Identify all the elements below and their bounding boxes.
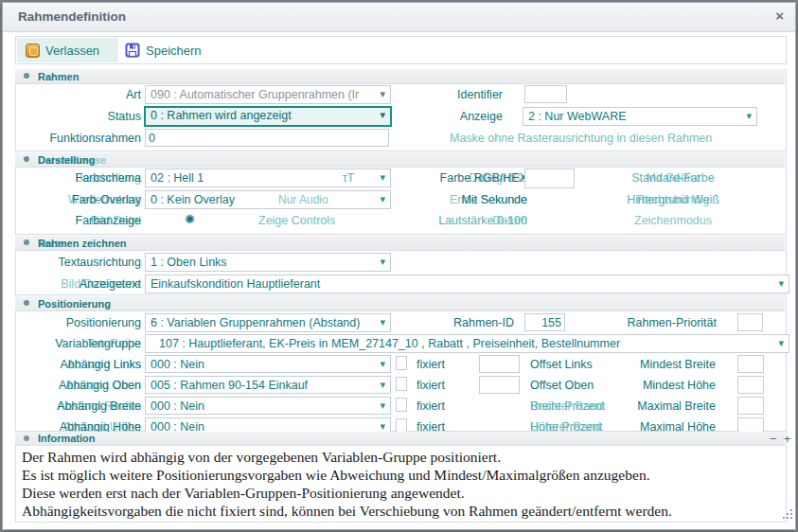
raster-hint-label: Maske ohne Rasterausrichtung in diesen R…: [450, 132, 712, 145]
save-icon: [125, 43, 140, 58]
art-select[interactable]: 090 : Automatischer Gruppenrahmen (Ir ▾: [145, 85, 391, 104]
rahmen-id-field[interactable]: [524, 313, 565, 331]
chevron-down-icon: ▾: [746, 110, 752, 122]
info-line: Der Rahmen wird abhängig von der vorgege…: [22, 449, 501, 466]
offset-oben-field[interactable]: [479, 376, 520, 394]
fixiert-label: fixiert: [417, 379, 445, 392]
variablengruppe-value: 107 : Hauptlieferant, EK-Preis in MEM_27…: [159, 337, 620, 350]
positionierung-select[interactable]: 6 : Variablen Gruppenrahmen (Abstand) ▾: [145, 313, 391, 332]
info-line: Es ist möglich weitere Positionierungsvo…: [22, 467, 650, 484]
anzeige-label: Anzeige: [410, 110, 503, 123]
farbschema-value: 02 : Hell 1: [151, 171, 204, 185]
mindest-breite-field[interactable]: [737, 355, 764, 373]
farbschema-select[interactable]: 02 : Hell 1 τT ▾: [145, 168, 391, 187]
positionierung-value: 6 : Variablen Gruppenrahmen (Abstand): [151, 316, 360, 329]
variablengruppe-select[interactable]: 107 : Hauptlieferant, EK-Preis in MEM_27…: [145, 334, 789, 353]
speichern-button[interactable]: Speichern: [117, 38, 231, 62]
standard-farbe-label: Mit Geläut Standard-Farbe: [597, 171, 749, 186]
offset-links-label: Offset Links: [530, 358, 593, 371]
toolbar: Verlassen Speichern: [15, 36, 787, 64]
titlebar[interactable]: Rahmendefinition ×: [3, 3, 795, 32]
color-palette-icon[interactable]: ✺: [185, 212, 195, 226]
section-bullet-icon: [24, 73, 29, 79]
abhaengig-oben-select[interactable]: 005 : Rahmen 90-154 Einkauf ▾: [145, 376, 391, 394]
anzeige-select[interactable]: 2 : Nur WebWARE ▾: [523, 107, 757, 126]
farb-overlay-value: 0 : Kein Overlay: [151, 193, 235, 206]
mindest-hoehe-field[interactable]: [737, 376, 764, 394]
abhaengig-breite-label: Abstand Rechts Abhängig Breite: [20, 399, 141, 415]
fixiert-checkbox[interactable]: [396, 418, 407, 433]
expand-icon[interactable]: +: [784, 432, 791, 446]
section-header-darstellung: Datenadresse Darstellung: [15, 152, 785, 168]
art-value: 090 : Automatischer Gruppenrahmen (Ir: [151, 88, 359, 101]
verlassen-button[interactable]: Verlassen: [17, 38, 117, 62]
leave-icon: [26, 44, 40, 58]
section-title-rahmen: Rahmen: [38, 71, 79, 82]
maximal-breite-label: Maximal Breite: [593, 399, 716, 413]
anzeigetext-label: Bild Dateiname Anzeigetext: [12, 277, 141, 293]
chevron-down-icon: ▾: [380, 256, 385, 268]
section-bullet-icon: [24, 435, 29, 441]
offset-links-field[interactable]: [479, 355, 520, 373]
art-label: Art: [20, 88, 141, 101]
page-title: Rahmendefinition: [18, 9, 126, 24]
fixiert-checkbox[interactable]: [396, 377, 407, 391]
section-title-darstellung: Darstellung: [38, 154, 96, 166]
chevron-down-icon: ▾: [778, 277, 784, 290]
fixiert-label: fixiert: [417, 399, 445, 413]
verlassen-label: Verlassen: [45, 44, 99, 58]
close-icon[interactable]: ×: [775, 8, 784, 24]
chevron-down-icon: ▾: [380, 88, 385, 100]
rahmen-prioritaet-field[interactable]: [737, 313, 763, 331]
farbschema-label: Beschriftung Farbschema: [20, 171, 141, 186]
farbanzeige-label: Bild Datei Farbanzeige: [20, 214, 141, 229]
zeige-controls-label: Zeige Controls: [258, 214, 335, 227]
lautstaerke-label: Datum Lautstärke 0-100: [410, 214, 527, 229]
speichern-label: Speichern: [146, 44, 202, 58]
chevron-down-icon: ▾: [778, 337, 784, 349]
chevron-down-icon: ▾: [380, 379, 385, 391]
chevron-down-icon: ▾: [380, 109, 385, 121]
section-bullet-icon: [24, 300, 29, 306]
positionierung-label: Positionierung: [20, 316, 141, 329]
fixiert-checkbox[interactable]: [396, 356, 407, 370]
abhaengig-links-select[interactable]: 000 : Nein ▾: [145, 355, 391, 373]
section-header-information: Information − + ⤢: [15, 432, 785, 446]
textausrichtung-label: Textausrichtung: [20, 256, 141, 269]
section-header-rahmen: Rahmen: [15, 69, 785, 84]
mindest-hoehe-label: Mindest Höhe: [593, 379, 716, 392]
abhaengig-breite-select[interactable]: 000 : Nein ▾: [145, 397, 391, 415]
textausrichtung-value: 1 : Oben Links: [151, 256, 227, 269]
funktionsrahmen-field[interactable]: [145, 129, 389, 147]
maximal-breite-field[interactable]: [737, 397, 764, 415]
mit-sekunde-label: Ende Sekunde Mit Sekunde: [410, 193, 527, 208]
offset-oben-label: Offset Oben: [530, 379, 594, 392]
identifier-field[interactable]: [524, 85, 567, 103]
funktionsrahmen-label: Funktionsrahmen: [20, 132, 141, 145]
textausrichtung-select[interactable]: 1 : Oben Links ▾: [145, 253, 391, 272]
farbe-rgb-hex-field[interactable]: [524, 168, 575, 188]
fixiert-label: fixiert: [417, 358, 445, 371]
section-bullet-icon: [24, 156, 29, 162]
fixiert-checkbox[interactable]: [396, 398, 407, 412]
anzeige-value: 2 : Nur WebWARE: [528, 110, 627, 123]
zeichenmodus-label: Zeichenmodus: [597, 214, 749, 229]
dialog-rahmendefinition: Rahmendefinition × Verlassen Speichern: [2, 2, 796, 530]
chevron-down-icon: ▾: [380, 171, 385, 184]
anzeigetext-value: Einkaufskondition Hauptlieferant: [151, 277, 320, 291]
chevron-down-icon: ▾: [380, 316, 385, 328]
nur-audio-label: Nur Audio: [278, 193, 328, 206]
collapse-icon[interactable]: −: [770, 432, 777, 446]
chevron-down-icon: ▾: [380, 193, 385, 205]
anzeigetext-select[interactable]: Einkaufskondition Hauptlieferant ▾: [145, 275, 789, 293]
resize-grip[interactable]: [783, 517, 785, 519]
status-select[interactable]: 0 : Rahmen wird angezeigt ▾: [144, 106, 392, 127]
section-title-zeichnen: Rahmen zeichnen: [38, 238, 127, 249]
hintergrund-weiss-label: Rechtsbündig Hintergrund Weiß: [597, 193, 749, 208]
farb-overlay-select[interactable]: 0 : Kein Overlay Nur Audio ▾: [145, 190, 391, 209]
identifier-label: Identifier: [410, 88, 503, 101]
section-bullet-icon: [24, 239, 29, 245]
rahmen-prioritaet-label: Rahmen-Priorität: [584, 316, 717, 329]
mindest-breite-label: Mindest Breite: [593, 358, 716, 371]
info-line: Diese werden erst nach der Variablen-Gru…: [22, 485, 465, 502]
